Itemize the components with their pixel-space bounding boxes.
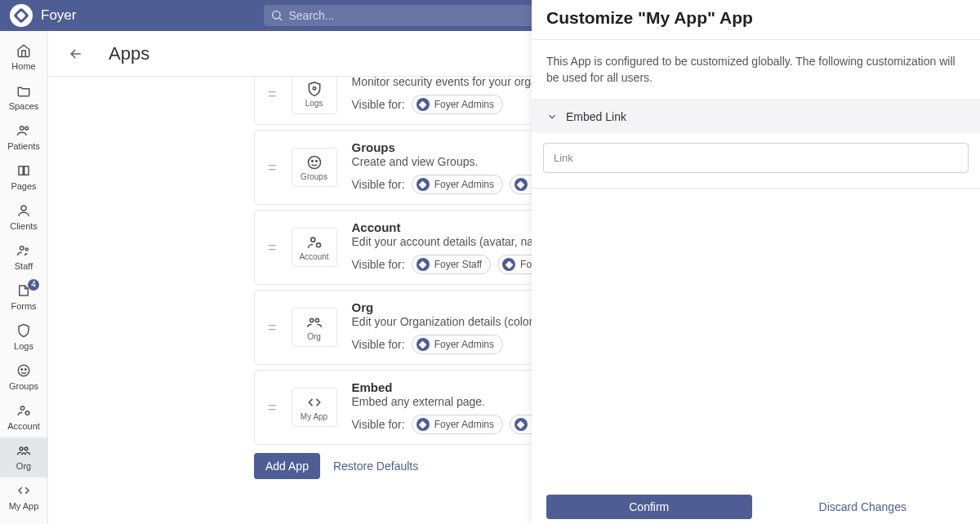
svg-line-1 (280, 18, 283, 20)
book-icon (16, 162, 32, 179)
role-chip[interactable]: Foyer Admins (412, 415, 503, 434)
group-icon (306, 314, 323, 331)
foyer-logo-icon (416, 98, 430, 111)
group-icon (16, 442, 32, 459)
folder-icon (16, 82, 32, 99)
svg-point-15 (308, 156, 320, 168)
shield-icon (306, 81, 323, 97)
search-icon (270, 9, 283, 22)
svg-point-17 (315, 160, 317, 162)
panel-header: Customize "My App" App (532, 0, 980, 40)
sidebar-item-label: Patients (7, 141, 40, 151)
sidebar-item-myapp[interactable]: My App (0, 477, 47, 517)
link-input[interactable]: Link (543, 143, 969, 173)
brand-block[interactable]: Foyer (10, 4, 76, 27)
svg-point-13 (24, 447, 28, 451)
sidebar-item-pages[interactable]: Pages (0, 158, 47, 198)
sidebar-item-patients[interactable]: Patients (0, 118, 47, 158)
panel-footer: Confirm Discard Changes (532, 495, 980, 524)
svg-point-18 (310, 238, 314, 242)
code-icon (16, 482, 32, 499)
app-icon-box: Account (292, 228, 337, 267)
svg-point-2 (20, 127, 24, 131)
role-label: Foyer Admins (434, 179, 494, 190)
sidebar-item-label: Logs (14, 341, 33, 351)
drag-handle-icon[interactable]: = (268, 159, 277, 176)
role-chip[interactable]: Foyer Admins (412, 175, 503, 194)
accordion-header[interactable]: Embed Link (532, 100, 980, 133)
panel-title: Customize "My App" App (546, 8, 965, 28)
sidebar-item-label: Org (16, 461, 31, 471)
app-icon-label: Account (299, 252, 328, 261)
staff-icon (16, 242, 32, 259)
role-chip[interactable]: Foyer Admins (412, 95, 503, 114)
drag-handle-icon[interactable]: = (268, 239, 277, 256)
search-input[interactable] (288, 9, 551, 22)
discard-button[interactable]: Discard Changes (760, 495, 966, 519)
role-label: Foyer Admins (434, 99, 494, 110)
sidebar-item-logs[interactable]: Logs (0, 318, 47, 357)
role-chip[interactable]: Foyer Admins (412, 335, 503, 354)
svg-point-19 (316, 242, 320, 246)
accordion-body: Link (532, 133, 980, 188)
shield-icon (16, 322, 32, 339)
foyer-logo-icon (514, 178, 528, 191)
sidebar-item-label: Staff (15, 261, 33, 271)
back-button[interactable] (68, 46, 84, 62)
page-title: Apps (109, 43, 149, 64)
sidebar-item-label: My App (9, 501, 39, 511)
svg-point-3 (25, 127, 29, 130)
restore-defaults-button[interactable]: Restore Defaults (333, 460, 418, 473)
sidebar-item-home[interactable]: Home (0, 38, 47, 78)
users-icon (16, 122, 32, 139)
foyer-logo-icon (416, 178, 430, 191)
arrow-left-icon (68, 46, 84, 62)
drag-handle-icon[interactable]: = (268, 86, 277, 103)
code-icon (306, 394, 323, 411)
search-field[interactable] (264, 5, 558, 26)
brand-name: Foyer (41, 7, 76, 24)
sidebar-item-label: Forms (11, 301, 36, 311)
role-label: Foyer Staff (434, 259, 482, 270)
customize-panel: Customize "My App" App This App is confi… (532, 0, 980, 524)
foyer-logo-icon (416, 258, 430, 271)
role-chip[interactable]: Foyer Staff (412, 255, 491, 274)
visible-for-label: Visible for: (352, 98, 405, 111)
visible-for-label: Visible for: (352, 338, 405, 351)
confirm-button[interactable]: Confirm (546, 495, 752, 519)
svg-point-5 (20, 246, 24, 251)
sidebar: Home Spaces Patients Pages Clients Staff… (0, 31, 48, 524)
svg-point-8 (21, 369, 23, 371)
foyer-logo-icon (416, 338, 430, 351)
face-icon (306, 154, 323, 171)
svg-point-21 (315, 318, 318, 322)
user-icon (16, 202, 32, 219)
sidebar-item-spaces[interactable]: Spaces (0, 78, 47, 118)
panel-subtitle: This App is configured to be customized … (532, 40, 980, 100)
svg-point-4 (21, 206, 26, 211)
sidebar-item-staff[interactable]: Staff (0, 238, 47, 278)
face-icon (16, 362, 32, 379)
sidebar-item-clients[interactable]: Clients (0, 198, 47, 238)
gear-user-icon (306, 234, 323, 251)
sidebar-item-label: Account (7, 421, 40, 431)
app-icon-box: My App (292, 388, 337, 427)
sidebar-item-groups[interactable]: Groups (0, 357, 47, 397)
svg-point-7 (18, 365, 29, 376)
sidebar-item-label: Pages (11, 181, 36, 191)
sidebar-item-org[interactable]: Org (0, 437, 47, 477)
sidebar-item-forms[interactable]: 4 Forms (0, 278, 47, 318)
drag-handle-icon[interactable]: = (268, 319, 277, 336)
add-app-button[interactable]: Add App (254, 453, 320, 479)
app-icon-label: Groups (301, 172, 327, 181)
field-label: Link (554, 152, 958, 164)
svg-point-12 (20, 447, 23, 451)
drag-handle-icon[interactable]: = (268, 399, 277, 416)
visible-for-label: Visible for: (352, 178, 405, 191)
chevron-down-icon (546, 111, 558, 122)
badge-count: 4 (28, 279, 39, 291)
svg-point-9 (25, 369, 27, 371)
svg-point-10 (20, 406, 24, 411)
sidebar-item-account[interactable]: Account (0, 397, 47, 437)
svg-point-16 (311, 160, 313, 162)
